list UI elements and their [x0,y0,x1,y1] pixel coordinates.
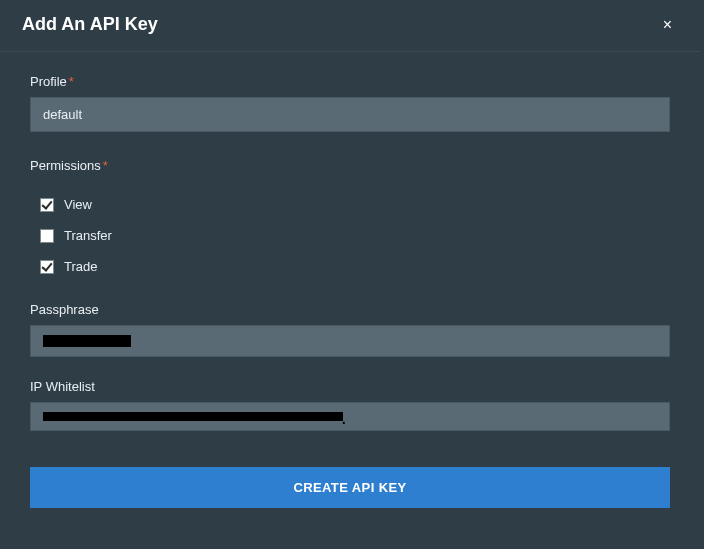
profile-group: Profile* [30,74,670,132]
modal-header: Add An API Key × [0,0,700,52]
permission-label: Trade [64,259,97,274]
checkbox-view[interactable] [40,198,54,212]
required-indicator: * [69,74,74,89]
modal-title: Add An API Key [22,14,158,35]
required-indicator: * [103,158,108,173]
profile-label-text: Profile [30,74,67,89]
permission-transfer: Transfer [40,220,670,251]
modal-body: Profile* Permissions* View Transfer Tr [0,52,700,528]
create-api-key-button[interactable]: CREATE API KEY [30,467,670,508]
profile-label: Profile* [30,74,670,89]
add-api-key-modal: Add An API Key × Profile* Permissions* V… [0,0,700,546]
profile-input[interactable] [30,97,670,132]
permissions-list: View Transfer Trade [30,181,670,282]
redacted-value [43,335,131,347]
permissions-group: Permissions* View Transfer Trade [30,158,670,282]
passphrase-group: Passphrase [30,302,670,357]
permission-label: View [64,197,92,212]
checkbox-transfer[interactable] [40,229,54,243]
permission-label: Transfer [64,228,112,243]
permission-view: View [40,189,670,220]
redacted-value [43,412,343,421]
permission-trade: Trade [40,251,670,282]
passphrase-input[interactable] [30,325,670,357]
permissions-label: Permissions* [30,158,670,173]
checkbox-trade[interactable] [40,260,54,274]
ip-whitelist-label: IP Whitelist [30,379,670,394]
passphrase-label: Passphrase [30,302,670,317]
permissions-label-text: Permissions [30,158,101,173]
ip-whitelist-input[interactable]: . [30,402,670,431]
close-icon[interactable]: × [657,15,678,35]
ip-whitelist-group: IP Whitelist . [30,379,670,431]
